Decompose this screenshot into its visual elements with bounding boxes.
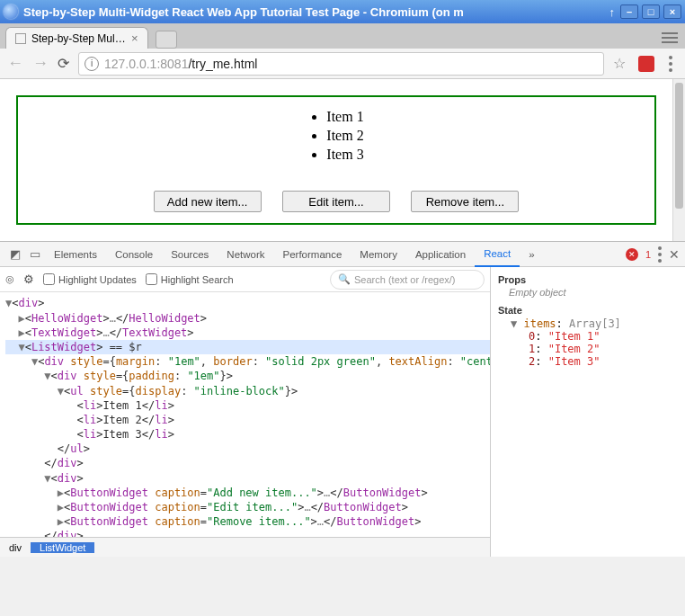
browser-tab[interactable]: Step-by-Step Multi-Wid × <box>5 27 148 49</box>
list-item: Item 1 <box>326 108 363 127</box>
tab-application[interactable]: Application <box>406 242 475 267</box>
tab-performance[interactable]: Performance <box>274 242 351 267</box>
search-icon: 🔍 <box>338 273 351 285</box>
props-header: Props <box>498 274 678 285</box>
back-button[interactable]: ← <box>7 54 23 73</box>
device-toolbar-icon[interactable]: ▭ <box>25 247 45 261</box>
edit-item-button[interactable]: Edit item... <box>282 191 390 212</box>
trace-updates-icon[interactable]: ◎ <box>5 273 14 285</box>
selected-node[interactable]: ▼<ListWidget> == $r <box>5 340 490 354</box>
tab-console[interactable]: Console <box>106 242 162 267</box>
tab-overflow[interactable]: » <box>520 242 543 267</box>
props-empty: Empty object <box>498 287 678 298</box>
window-title: Step-by-Step Multi-Widget React Web App … <box>23 5 604 19</box>
crumb-selected[interactable]: ListWidget <box>31 542 94 553</box>
extension-icon[interactable] <box>638 56 654 72</box>
crumb-root[interactable]: div <box>0 542 31 553</box>
error-count[interactable]: 1 <box>645 249 651 260</box>
page-scrollbar[interactable] <box>672 79 685 241</box>
button-row: Add new item... Edit item... Remove item… <box>29 191 644 212</box>
tab-sources[interactable]: Sources <box>162 242 218 267</box>
tab-label: Step-by-Step Multi-Wid <box>31 32 126 45</box>
devtools-menu-icon[interactable] <box>658 246 662 263</box>
page-content: Item 1 Item 2 Item 3 Add new item... Edi… <box>0 79 672 241</box>
state-items[interactable]: ▼ items: Array[3] <box>498 317 678 330</box>
add-new-item-button[interactable]: Add new item... <box>154 191 262 212</box>
browser-menu-icon[interactable] <box>669 56 672 72</box>
remove-item-button[interactable]: Remove item... <box>411 191 519 212</box>
state-entry: 1: "Item 2" <box>498 343 678 355</box>
react-toolbar: ◎ ⚙ Highlight Updates Highlight Search 🔍… <box>0 267 490 292</box>
react-tree-panel: ◎ ⚙ Highlight Updates Highlight Search 🔍… <box>0 267 491 557</box>
reload-button[interactable]: ⟳ <box>58 55 69 72</box>
inspect-element-icon[interactable]: ◩ <box>5 247 25 261</box>
highlight-updates-checkbox[interactable]: Highlight Updates <box>43 273 137 285</box>
url-host: 127.0.0.1:8081 <box>104 57 188 71</box>
url-path: /try_me.html <box>188 57 257 71</box>
site-info-icon[interactable]: i <box>85 57 99 71</box>
close-window-button[interactable]: × <box>663 4 681 19</box>
settings-gear-icon[interactable]: ⚙ <box>23 272 34 286</box>
search-placeholder: Search (text or /regex/) <box>354 274 456 285</box>
scrollbar-thumb[interactable] <box>675 83 683 209</box>
tabstrip-menu-icon[interactable] <box>660 30 680 46</box>
state-entry: 2: "Item 3" <box>498 355 678 368</box>
highlight-search-checkbox[interactable]: Highlight Search <box>146 273 234 285</box>
component-tree[interactable]: ▼<div> ▶<HelloWidget>…</HelloWidget> ▶<T… <box>0 292 490 537</box>
tab-react[interactable]: React <box>475 242 520 267</box>
title-up-arrow: ↑ <box>609 5 616 19</box>
minimize-button[interactable]: – <box>620 4 638 19</box>
devtools-tabbar: ◩ ▭ Elements Console Sources Network Per… <box>0 242 685 267</box>
omnibox[interactable]: i 127.0.0.1:8081/try_me.html <box>78 52 604 76</box>
forward-button[interactable]: → <box>32 54 49 73</box>
window-titlebar: Step-by-Step Multi-Widget React Web App … <box>0 0 685 23</box>
tab-elements[interactable]: Elements <box>45 242 106 267</box>
list-item: Item 2 <box>326 127 363 146</box>
tab-network[interactable]: Network <box>218 242 273 267</box>
devtools-close-icon[interactable]: ✕ <box>669 247 680 262</box>
tab-memory[interactable]: Memory <box>351 242 406 267</box>
page-favicon <box>15 33 26 44</box>
list-item: Item 3 <box>326 146 363 165</box>
chromium-icon <box>4 4 18 19</box>
address-bar: ← → ⟳ i 127.0.0.1:8081/try_me.html ☆ <box>0 49 685 79</box>
react-search-input[interactable]: 🔍 Search (text or /regex/) <box>330 270 485 290</box>
state-entry: 0: "Item 1" <box>498 330 678 343</box>
breadcrumb[interactable]: div ListWidget <box>0 537 490 557</box>
error-badge-icon[interactable]: ✕ <box>626 248 638 261</box>
list-widget: Item 1 Item 2 Item 3 Add new item... Edi… <box>16 95 656 225</box>
devtools: ◩ ▭ Elements Console Sources Network Per… <box>0 241 685 557</box>
props-state-panel: Props Empty object State ▼ items: Array[… <box>491 267 685 557</box>
new-tab-button[interactable] <box>156 31 177 49</box>
items-list: Item 1 Item 2 Item 3 <box>308 108 363 164</box>
tab-strip: Step-by-Step Multi-Wid × <box>0 23 685 49</box>
bookmark-star-icon[interactable]: ☆ <box>613 55 626 72</box>
state-header: State <box>498 305 678 316</box>
maximize-button[interactable]: □ <box>642 4 660 19</box>
tab-close-icon[interactable]: × <box>131 31 138 45</box>
